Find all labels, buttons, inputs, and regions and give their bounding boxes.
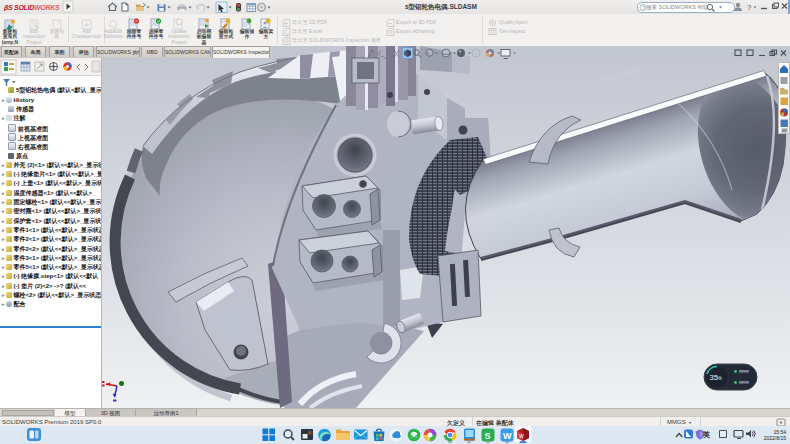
svg-text:英: 英 <box>702 431 710 439</box>
svg-text:?: ? <box>642 5 645 11</box>
svg-text:W: W <box>503 431 512 441</box>
svg-text:S: S <box>485 431 491 441</box>
svg-text:?: ? <box>747 3 752 12</box>
svg-text:W: W <box>519 433 524 439</box>
